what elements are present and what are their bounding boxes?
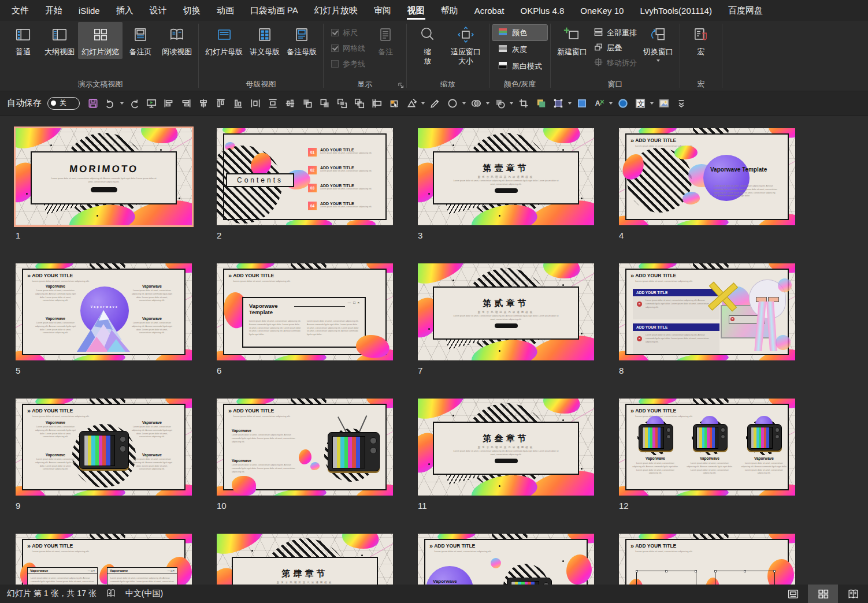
ribbon-button-switch-window[interactable]: 切换窗口 [640,22,677,64]
qat-overflow-icon[interactable] [674,96,688,111]
ribbon-button-notes-master[interactable]: 备注母版 [283,22,320,59]
ribbon-button-color[interactable]: 颜色 [492,25,547,40]
align-bottom-icon[interactable] [231,96,245,111]
calligraphy-box[interactable]: 蒸汽波 [715,571,775,585]
normal-view-status-icon[interactable] [778,585,808,603]
slide-sorter-status-icon[interactable] [808,585,838,603]
menu-tab-pocket-animation[interactable]: 口袋动画 PA [242,0,306,21]
slide-thumbnail-12[interactable]: »ADD YOUR TITLELorem ipsum dolor sit ame… [619,399,795,496]
selection-handle[interactable] [636,570,638,572]
ribbon-button-macro[interactable]: 宏 [683,22,719,59]
select-objects-icon[interactable] [387,96,401,111]
send-backward-icon[interactable] [317,96,332,111]
cut-text-icon[interactable]: A [592,96,606,111]
distribute-horizontal-icon[interactable] [248,96,262,111]
selection-handle[interactable] [714,570,717,572]
selection-handle[interactable] [665,570,667,572]
ribbon-button-fit-to-window[interactable]: 适应窗口大小 [446,22,486,69]
ribbon-button-new-window[interactable]: 新建窗口 [554,22,591,59]
align-top-icon[interactable] [213,96,228,111]
menu-tab-lvyhtools[interactable]: LvyhTools(201114) [632,0,720,21]
autosave-toggle[interactable]: 关 [47,97,80,110]
ribbon-button-normal-view[interactable]: 普通 [5,22,41,59]
ribbon-button-outline-view[interactable]: 大纲视图 [41,22,78,59]
item-number-badge: 04 [308,202,317,210]
menu-tab-animations[interactable]: 动画 [209,0,242,21]
menu-tab-help[interactable]: 帮助 [433,0,466,21]
ribbon-button-reading-view[interactable]: 阅读视图 [158,22,195,59]
menu-tab-design[interactable]: 设计 [142,0,175,21]
align-center-icon[interactable] [196,96,210,111]
chevron-down-icon [609,102,613,105]
text-tool-icon[interactable]: 文 [633,96,647,111]
selection-handle[interactable] [773,570,776,572]
menu-tab-okplus[interactable]: OKPlus 4.8 [512,0,572,21]
rotate-objects-icon[interactable] [404,96,418,111]
slide-thumbnail-15[interactable]: »ADD YOUR TITLELorem ipsum dolor sit ame… [418,534,594,585]
ribbon-button-slide-master[interactable]: 幻灯片母版 [202,22,246,59]
reading-view-status-icon[interactable] [838,585,868,603]
ribbon-button-zoom[interactable]: 缩放 [410,22,446,69]
send-to-back-icon[interactable] [352,96,366,111]
slide-thumbnail-10[interactable]: »ADD YOUR TITLELorem ipsum dolor sit ame… [217,399,393,496]
edit-shape-icon[interactable] [551,96,565,111]
selection-handle[interactable] [744,570,746,572]
bring-to-front-icon[interactable] [335,96,349,111]
slide-thumbnail-14[interactable]: 第肆章节新复古风潮流蒸汽波通用模板Lorem ipsum dolor sit a… [217,534,393,585]
dialog-launcher-icon[interactable] [398,81,406,89]
slide-thumbnail-8[interactable]: »ADD YOUR TITLELorem ipsum dolor sit ame… [619,263,795,360]
ribbon-button-handout-master[interactable]: 讲义母版 [246,22,283,59]
slide-thumbnail-5[interactable]: »ADD YOUR TITLELorem ipsum dolor sit ame… [16,263,192,360]
slide-thumbnail-3[interactable]: 第壹章节新复古风潮流蒸汽波通用模板Lorem ipsum dolor sit a… [418,128,594,225]
save-icon[interactable] [86,96,100,111]
ink-pen-icon[interactable] [428,96,442,111]
align-left-icon[interactable] [161,96,176,111]
menu-tab-file[interactable]: 文件 [3,0,37,21]
undo-icon[interactable] [103,96,117,111]
circle-fill-icon[interactable] [615,96,630,111]
merge-shapes-icon[interactable] [469,96,483,111]
ribbon-button-cascade[interactable]: 层叠 [591,40,640,55]
accessibility-check-icon[interactable] [106,588,116,600]
menu-tab-baidu-netdisk[interactable]: 百度网盘 [720,0,771,21]
slide-thumbnail-13[interactable]: »ADD YOUR TITLELorem ipsum dolor sit ame… [16,534,192,585]
menu-tab-islide[interactable]: iSlide [71,0,108,21]
slide-thumbnail-7[interactable]: 第贰章节新复古风潮流蒸汽波通用模板Lorem ipsum dolor sit a… [418,263,594,360]
slide-thumbnail-11[interactable]: 第叁章节新复古风潮流蒸汽波通用模板Lorem ipsum dolor sit a… [418,399,594,496]
ribbon-button-arrange-all[interactable]: 全部重排 [591,25,640,40]
combine-shapes-icon[interactable] [492,96,507,111]
ribbon-button-grayscale[interactable]: 灰度 [492,42,547,57]
align-objects-icon[interactable] [369,96,384,111]
menu-tab-home[interactable]: 开始 [37,0,71,21]
slide-thumbnail-16[interactable]: »ADD YOUR TITLELorem ipsum dolor sit ame… [619,534,795,585]
distribute-vertical-icon[interactable] [265,96,280,111]
crop-icon[interactable] [516,96,531,111]
align-middle-icon[interactable] [283,96,297,111]
calligraphy-box[interactable]: 蒸汽波 [636,571,696,585]
shape-fill-icon[interactable] [574,96,589,111]
ribbon-button-slide-sorter[interactable]: 幻灯片浏览 [78,22,123,59]
redo-icon[interactable] [127,96,141,111]
menu-tab-onekey[interactable]: OneKey 10 [572,0,632,21]
bring-forward-icon[interactable] [300,96,314,111]
slide-thumbnail-4[interactable]: »ADD YOUR TITLELorem ipsum dolor sit ame… [619,128,795,225]
ribbon-button-black-white[interactable]: 黑白模式 [492,58,547,74]
align-right-icon[interactable] [179,96,193,111]
menu-tab-acrobat[interactable]: Acrobat [466,0,513,21]
start-slideshow-icon[interactable] [144,96,158,111]
menu-tab-insert[interactable]: 插入 [108,0,142,21]
menu-tab-view[interactable]: 视图 [399,0,433,21]
menu-tab-review[interactable]: 审阅 [366,0,399,21]
oval-shape-icon[interactable] [445,96,459,111]
fill-color-icon[interactable] [533,96,548,111]
slide-thumbnail-2[interactable]: Contents01ADD YOUR TITLELorem ipsum dolo… [217,128,393,225]
selection-handle[interactable] [695,570,697,572]
language-indicator[interactable]: 中文(中国) [125,589,163,599]
menu-tab-slide-show[interactable]: 幻灯片放映 [306,0,366,21]
menu-tab-transitions[interactable]: 切换 [175,0,209,21]
ribbon-button-notes-page[interactable]: 备注页 [123,22,158,59]
slide-thumbnail-6[interactable]: »ADD YOUR TITLELorem ipsum dolor sit ame… [217,263,393,360]
slide-thumbnail-1[interactable]: MORIMOTOLorem ipsum dolor sit amet, cons… [16,128,192,225]
insert-picture-icon[interactable] [656,96,671,111]
slide-thumbnail-9[interactable]: »ADD YOUR TITLELorem ipsum dolor sit ame… [16,399,192,496]
